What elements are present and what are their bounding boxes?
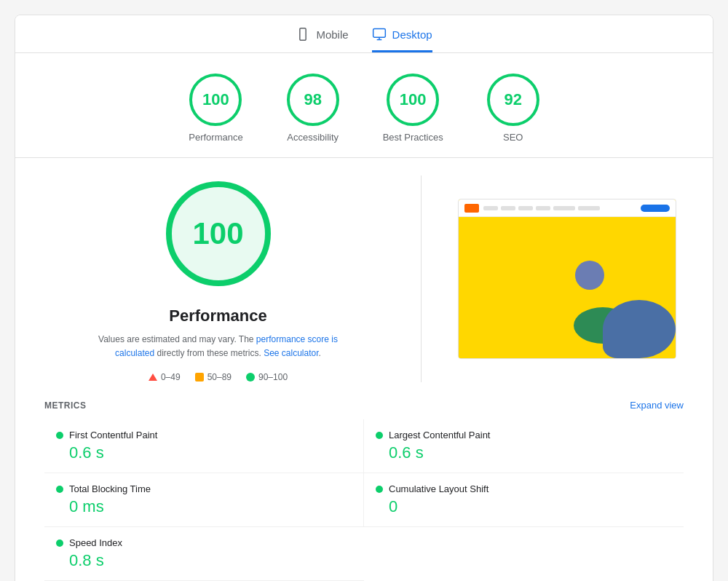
scores-row: 100 Performance 98 Accessibility 100 Bes… [15, 53, 713, 158]
right-panel [451, 175, 684, 382]
mock-body [459, 217, 676, 358]
perf-title: Performance [169, 307, 267, 325]
score-best-practices[interactable]: 100 Best Practices [383, 74, 443, 143]
mock-blob [603, 300, 676, 358]
metric-fcp: First Contentful Paint 0.6 s [44, 419, 364, 473]
screenshot [458, 199, 676, 359]
metrics-section: METRICS Expand view First Contentful Pai… [15, 400, 713, 581]
legend: 0–49 50–89 90–100 [149, 372, 288, 382]
legend-fail: 0–49 [149, 372, 181, 382]
desktop-icon [372, 27, 387, 42]
metric-lcp-name-row: Largest Contentful Paint [376, 430, 672, 440]
mock-top-bar [459, 199, 676, 217]
tab-desktop[interactable]: Desktop [372, 27, 432, 52]
desc-mid: directly from these metrics. [154, 348, 264, 358]
svg-rect-2 [373, 29, 385, 38]
metric-tbt-name-row: Total Blocking Time [56, 483, 352, 494]
score-circle-best-practices: 100 [387, 74, 439, 126]
score-performance[interactable]: 100 Performance [189, 74, 242, 143]
fail-range: 0–49 [161, 372, 181, 382]
metric-fcp-value: 0.6 s [56, 443, 352, 462]
left-panel: 100 Performance Values are estimated and… [44, 175, 392, 382]
metric-lcp: Largest Contentful Paint 0.6 s [364, 419, 684, 473]
mock-cta-btn [641, 205, 670, 212]
metric-lcp-value: 0.6 s [376, 443, 672, 462]
metric-lcp-dot [376, 432, 383, 439]
calculator-link[interactable]: See calculator [264, 348, 318, 358]
metric-tbt: Total Blocking Time 0 ms [44, 473, 364, 527]
svg-rect-0 [300, 28, 306, 41]
metric-cls-name: Cumulative Layout Shift [389, 483, 488, 494]
metric-cls-dot [376, 486, 383, 493]
desc-end: . [319, 348, 321, 358]
score-label-best-practices: Best Practices [383, 132, 443, 143]
metric-si-dot [56, 540, 63, 547]
score-accessibility[interactable]: 98 Accessibility [287, 74, 339, 143]
score-label-accessibility: Accessibility [287, 132, 339, 143]
tab-desktop-label: Desktop [392, 28, 432, 41]
legend-average: 50–89 [195, 372, 232, 382]
score-label-performance: Performance [189, 132, 242, 143]
score-circle-seo: 92 [487, 74, 539, 126]
mock-nav [483, 206, 636, 210]
metric-tbt-name: Total Blocking Time [69, 483, 151, 494]
vertical-divider [421, 175, 422, 382]
desc-text: Values are estimated and may vary. The [98, 334, 256, 344]
tab-mobile-label: Mobile [316, 28, 348, 41]
average-icon [195, 373, 204, 382]
mock-logo [464, 204, 479, 213]
nav-item-1 [483, 206, 498, 210]
metric-lcp-name: Largest Contentful Paint [389, 430, 490, 440]
main-container: Mobile Desktop 100 Performance 98 Access… [15, 15, 713, 581]
nav-item-2 [501, 206, 515, 210]
metric-cls-value: 0 [376, 497, 672, 516]
big-score-value: 100 [192, 216, 243, 251]
pass-range: 90–100 [258, 372, 288, 382]
metric-cls-name-row: Cumulative Layout Shift [376, 483, 672, 494]
score-label-seo: SEO [503, 132, 523, 143]
expand-view-link[interactable]: Expand view [630, 400, 684, 411]
metric-fcp-dot [56, 432, 63, 439]
metrics-header: METRICS Expand view [44, 400, 684, 411]
metric-si-name: Speed Index [69, 537, 122, 548]
metrics-grid: First Contentful Paint 0.6 s Largest Con… [44, 419, 684, 581]
metric-tbt-dot [56, 486, 63, 493]
metric-si-name-row: Speed Index [56, 537, 352, 548]
score-circle-performance: 100 [189, 74, 242, 126]
pass-icon [246, 373, 255, 382]
metric-fcp-name: First Contentful Paint [69, 430, 157, 440]
nav-item-4 [536, 206, 550, 210]
perf-description: Values are estimated and may vary. The p… [80, 333, 357, 360]
score-seo[interactable]: 92 SEO [487, 74, 539, 143]
metrics-title: METRICS [44, 400, 87, 411]
nav-item-5 [553, 206, 575, 210]
mobile-icon [296, 27, 310, 42]
metric-si: Speed Index 0.8 s [44, 527, 364, 581]
metric-fcp-name-row: First Contentful Paint [56, 430, 352, 440]
average-range: 50–89 [207, 372, 232, 382]
metric-si-value: 0.8 s [56, 551, 352, 570]
mock-circle [575, 261, 604, 290]
main-content: 100 Performance Values are estimated and… [15, 158, 713, 400]
metric-cls: Cumulative Layout Shift 0 [364, 473, 684, 527]
score-circle-accessibility: 98 [287, 74, 339, 126]
fail-icon [149, 374, 157, 381]
screenshot-mockup [459, 199, 676, 358]
nav-item-6 [578, 206, 600, 210]
big-score-wrapper: 100 [160, 175, 277, 292]
tab-mobile[interactable]: Mobile [296, 27, 348, 52]
legend-pass: 90–100 [246, 372, 288, 382]
metric-tbt-value: 0 ms [56, 497, 352, 516]
nav-item-3 [518, 206, 533, 210]
tab-bar: Mobile Desktop [15, 15, 713, 53]
